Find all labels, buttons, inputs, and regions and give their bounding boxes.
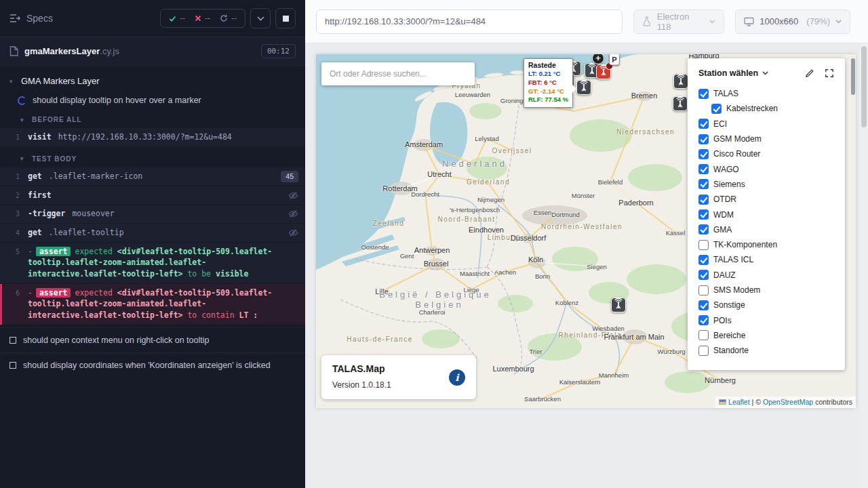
- checkbox[interactable]: [698, 224, 709, 235]
- checkbox[interactable]: [698, 300, 709, 310]
- station-filter-gsm-modem[interactable]: GSM Modem: [698, 131, 845, 146]
- station-marker[interactable]: [673, 74, 688, 89]
- checkbox[interactable]: [698, 195, 709, 205]
- checkbox-label: OTDR: [713, 195, 736, 204]
- section-label: BEFORE ALL: [32, 116, 82, 123]
- station-filter-talas[interactable]: TALAS: [698, 86, 845, 101]
- edit-pencil-icon[interactable]: [805, 68, 814, 78]
- viewport-select[interactable]: 1000x660 (79%): [735, 9, 850, 34]
- checkbox[interactable]: [698, 209, 709, 220]
- checkbox[interactable]: [698, 255, 709, 265]
- runnables-list: ▾ GMA Markers Layer should display toolt…: [0, 66, 305, 488]
- chevron-down-icon[interactable]: [762, 71, 768, 75]
- osm-link[interactable]: OpenStreetMap: [763, 398, 813, 406]
- section-test-body[interactable]: ▾ TEST BODY: [0, 149, 305, 166]
- station-filter-eci[interactable]: ECI: [698, 117, 845, 131]
- stop-button[interactable]: [275, 8, 296, 28]
- spec-name[interactable]: gmaMarkersLayer.cy.js: [24, 46, 119, 56]
- checkbox-label: GMA: [713, 225, 732, 235]
- station-filter-talas-icl[interactable]: TALAS ICL: [698, 252, 845, 267]
- station-marker[interactable]: [576, 80, 591, 95]
- checkbox[interactable]: [711, 104, 722, 114]
- version-card: TALAS.Map Version 1.0.18.1 i: [321, 355, 476, 399]
- leaflet-link[interactable]: Leaflet: [728, 398, 750, 406]
- tooltip-title: Rastede: [528, 61, 568, 69]
- station-select-label[interactable]: Station wählen: [698, 68, 758, 78]
- pending-test-1[interactable]: should open context menu on right-click …: [0, 327, 305, 352]
- checkbox[interactable]: [698, 346, 709, 356]
- station-filter-kabelstrecken[interactable]: Kabelstrecken: [711, 101, 845, 116]
- url-bar[interactable]: http://192.168.10.33:3000/?m=12&u=484: [316, 9, 623, 34]
- station-filter-otdr[interactable]: OTDR: [698, 192, 845, 207]
- station-panel: Station wählen TALASKabelstreckenECIGSM …: [688, 58, 845, 370]
- fullscreen-icon[interactable]: [825, 68, 834, 78]
- command-row-assert-failed[interactable]: 6 -assertexpected <div#leaflet-tooltip-5…: [0, 284, 305, 325]
- eye-slash-icon: [288, 190, 298, 201]
- checkbox[interactable]: [698, 315, 709, 325]
- station-marker[interactable]: [611, 298, 626, 312]
- station-filter-pois[interactable]: POIs: [698, 312, 845, 327]
- station-filter-wdm[interactable]: WDM: [698, 207, 845, 222]
- checkbox[interactable]: [698, 134, 709, 144]
- checkbox[interactable]: [698, 240, 709, 250]
- marker-tooltip[interactable]: Rastede LT: 0.21 °CFBT: 6 °CGT: -2.14 °C…: [524, 58, 573, 108]
- command-arg: .leaflet-tooltip: [49, 227, 124, 239]
- checkbox[interactable]: [698, 89, 709, 99]
- command-number: 1: [2, 171, 28, 182]
- aut-scrollbar-thumb[interactable]: [851, 58, 855, 95]
- checkbox[interactable]: [698, 330, 709, 340]
- collapse-button[interactable]: [250, 8, 271, 28]
- passed-count: --: [180, 14, 185, 23]
- attribution-sep: | ©: [752, 398, 761, 406]
- specs-label: Specs: [26, 13, 53, 24]
- checkbox[interactable]: [698, 149, 709, 159]
- browser-select[interactable]: Electron 118: [633, 9, 724, 34]
- active-test[interactable]: should display tooltip on hover over a m…: [0, 91, 305, 110]
- checkbox-label: Sonstige: [713, 300, 745, 310]
- before-all-commands: 1 visithttp://192.168.10.33:3000/?m=12&u…: [0, 128, 305, 146]
- station-filter-standorte[interactable]: Standorte: [698, 343, 845, 358]
- station-filter-wago[interactable]: WAGO: [698, 161, 845, 176]
- stat-pending: --: [220, 14, 237, 23]
- checkbox[interactable]: [698, 164, 709, 174]
- suite-title: GMA Markers Layer: [21, 76, 100, 86]
- spec-extension: .cy.js: [100, 46, 119, 56]
- command-row-get-tooltip[interactable]: 4 get.leaflet-tooltip: [0, 224, 305, 242]
- checkbox[interactable]: [698, 285, 709, 296]
- command-row-visit[interactable]: 1 visithttp://192.168.10.33:3000/?m=12&u…: [0, 128, 305, 146]
- station-filter-sms-modem[interactable]: SMS Modem: [698, 283, 845, 298]
- checkbox[interactable]: [698, 179, 709, 189]
- parking-marker[interactable]: P: [609, 54, 620, 66]
- station-filter-siemens[interactable]: Siemens: [698, 177, 845, 192]
- station-marker[interactable]: [673, 96, 688, 111]
- checkbox[interactable]: [698, 119, 709, 129]
- pending-square-icon: [9, 362, 16, 369]
- map-search-box[interactable]: [321, 62, 475, 85]
- specs-toggle[interactable]: Specs: [9, 13, 53, 24]
- pending-test-2[interactable]: should display coordinates when 'Koordin…: [0, 352, 305, 378]
- station-filter-sonstige[interactable]: Sonstige: [698, 298, 845, 312]
- command-name: -trigger: [28, 208, 65, 220]
- station-filter-dauz[interactable]: DAUZ: [698, 268, 845, 283]
- eye-slash-icon: [288, 209, 298, 219]
- section-before-all[interactable]: ▾ BEFORE ALL: [0, 110, 305, 127]
- station-panel-header: Station wählen: [688, 58, 845, 85]
- info-icon[interactable]: i: [449, 369, 465, 386]
- command-row-assert-passed[interactable]: 5 -assertexpected <div#leaflet-tooltip-5…: [0, 243, 305, 283]
- checkbox-label: SMS Modem: [713, 285, 760, 295]
- station-filter-bereiche[interactable]: Bereiche: [698, 328, 845, 343]
- page-scrollbar[interactable]: [860, 43, 868, 488]
- assert-emphasis: visible: [216, 269, 248, 279]
- plus-marker[interactable]: +: [592, 54, 604, 64]
- station-filter-gma[interactable]: GMA: [698, 222, 845, 237]
- checkbox[interactable]: [698, 270, 709, 280]
- station-filter-cisco-router[interactable]: Cisco Router: [698, 146, 845, 161]
- search-input[interactable]: [321, 69, 475, 79]
- station-red-marker[interactable]: [596, 64, 611, 79]
- page-scrollbar-thumb[interactable]: [861, 46, 867, 127]
- suite-header[interactable]: ▾ GMA Markers Layer: [0, 71, 305, 91]
- station-filter-tk-komponenten[interactable]: TK-Komponenten: [698, 237, 845, 252]
- command-row-trigger[interactable]: 3 -triggermouseover: [0, 205, 305, 223]
- command-row-first[interactable]: 2 first: [0, 186, 305, 205]
- command-row-get[interactable]: 1 get.leaflet-marker-icon45: [0, 167, 305, 186]
